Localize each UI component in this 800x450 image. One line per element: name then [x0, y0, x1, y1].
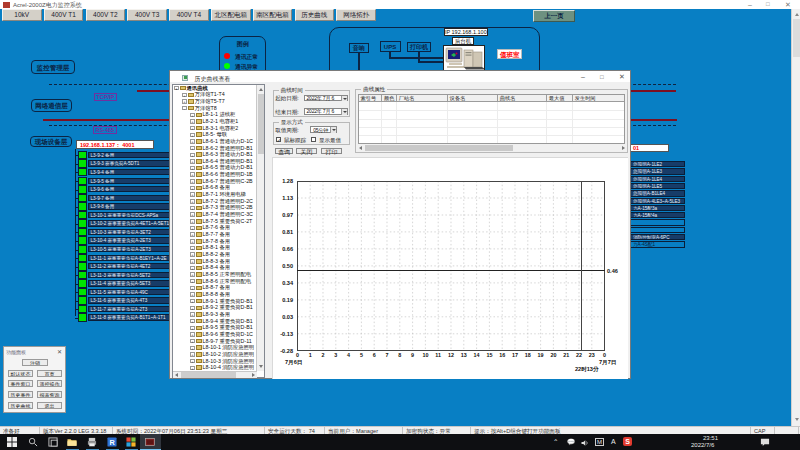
svg-text:13: 13: [461, 352, 467, 358]
svg-text:18: 18: [525, 352, 531, 358]
svg-text:7: 7: [385, 352, 388, 358]
svg-text:2: 2: [321, 352, 324, 358]
svg-text:3: 3: [334, 352, 337, 358]
svg-text:9: 9: [411, 352, 414, 358]
svg-text:-0.28: -0.28: [280, 348, 293, 354]
svg-text:1.28: 1.28: [282, 178, 293, 184]
svg-text:20: 20: [550, 352, 556, 358]
svg-text:21: 21: [563, 352, 569, 358]
svg-text:5: 5: [360, 352, 363, 358]
svg-text:14: 14: [473, 352, 479, 358]
svg-text:0.46: 0.46: [607, 268, 618, 274]
svg-text:19: 19: [537, 352, 543, 358]
svg-text:17: 17: [512, 352, 518, 358]
svg-text:23: 23: [589, 352, 595, 358]
svg-text:22时13分: 22时13分: [575, 367, 599, 374]
svg-text:0.50: 0.50: [282, 263, 293, 269]
svg-text:0.97: 0.97: [282, 212, 293, 218]
svg-text:16: 16: [499, 352, 505, 358]
svg-text:0: 0: [603, 352, 606, 358]
svg-text:11: 11: [435, 352, 441, 358]
svg-text:R: R: [109, 438, 115, 447]
svg-text:4: 4: [347, 352, 350, 358]
svg-text:12: 12: [448, 352, 454, 358]
svg-text:0.81: 0.81: [282, 229, 293, 235]
svg-text:0.03: 0.03: [282, 314, 293, 320]
svg-text:22: 22: [576, 352, 582, 358]
svg-text:15: 15: [486, 352, 492, 358]
svg-text:0.66: 0.66: [282, 246, 293, 252]
svg-text:10: 10: [422, 352, 428, 358]
svg-text:0.34: 0.34: [282, 280, 294, 286]
svg-text:-0.13: -0.13: [280, 331, 293, 337]
svg-text:1: 1: [309, 352, 312, 358]
svg-text:0: 0: [296, 352, 299, 358]
svg-text:0.19: 0.19: [282, 297, 293, 303]
svg-text:1.13: 1.13: [282, 195, 293, 201]
svg-text:8: 8: [398, 352, 401, 358]
svg-text:7月6日: 7月6日: [285, 359, 302, 366]
svg-text:7月7日: 7月7日: [599, 359, 616, 366]
svg-text:6: 6: [373, 352, 376, 358]
